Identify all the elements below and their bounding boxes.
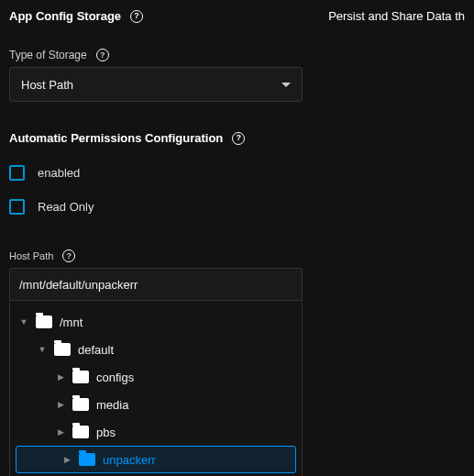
chevron-right-icon[interactable]: ▶ [62,455,72,464]
chevron-down-icon[interactable]: ▼ [19,317,28,327]
folder-icon [72,371,89,383]
folder-icon [79,453,95,466]
permissions-label: Automatic Permissions Configuration [9,131,223,145]
tree-row[interactable]: ▶ pbs [10,418,302,446]
help-icon[interactable]: ? [232,132,245,145]
enabled-checkbox[interactable] [9,165,25,181]
storage-type-label: Type of Storage [9,49,87,61]
folder-icon [72,398,89,411]
folder-icon [36,315,52,328]
folder-icon [54,343,71,356]
enabled-checkbox-label: enabled [38,166,80,180]
storage-type-value: Host Path [21,78,73,92]
host-path-label: Host Path [9,250,53,261]
storage-type-select[interactable]: Host Path [9,67,303,102]
tree-row-selected[interactable]: ▶ unpackerr [16,446,296,473]
help-icon[interactable]: ? [96,49,109,61]
tree-row-mnt[interactable]: ▼ /mnt [10,308,302,336]
readonly-checkbox[interactable] [9,199,25,215]
tree-label: /mnt [60,315,83,329]
tree-row-default[interactable]: ▼ default [10,336,302,363]
enabled-checkbox-row[interactable]: enabled [0,165,474,181]
tree-label: configs [96,371,134,384]
readonly-checkbox-label: Read Only [38,200,94,214]
tree-row[interactable]: ▶ configs [10,363,302,391]
tree-label: default [78,343,114,357]
folder-icon [72,426,89,438]
chevron-down-icon [281,83,291,87]
chevron-right-icon[interactable]: ▶ [56,427,65,437]
chevron-down-icon[interactable]: ▼ [38,345,47,354]
host-path-input[interactable] [9,268,303,301]
help-icon[interactable]: ? [130,10,143,23]
help-icon[interactable]: ? [62,249,75,262]
tree-label: media [96,398,128,412]
header-right-text: Persist and Share Data th [328,9,465,23]
chevron-right-icon[interactable]: ▶ [56,400,65,409]
chevron-right-icon[interactable]: ▶ [56,372,65,382]
tree-row[interactable]: ▶ media [10,391,302,418]
tree-label: unpackerr [103,453,156,467]
section-title: App Config Storage [9,9,121,23]
tree-label: pbs [96,426,116,439]
readonly-checkbox-row[interactable]: Read Only [0,199,474,215]
folder-tree: ▼ /mnt ▼ default ▶ configs ▶ media ▶ pbs… [9,301,303,476]
